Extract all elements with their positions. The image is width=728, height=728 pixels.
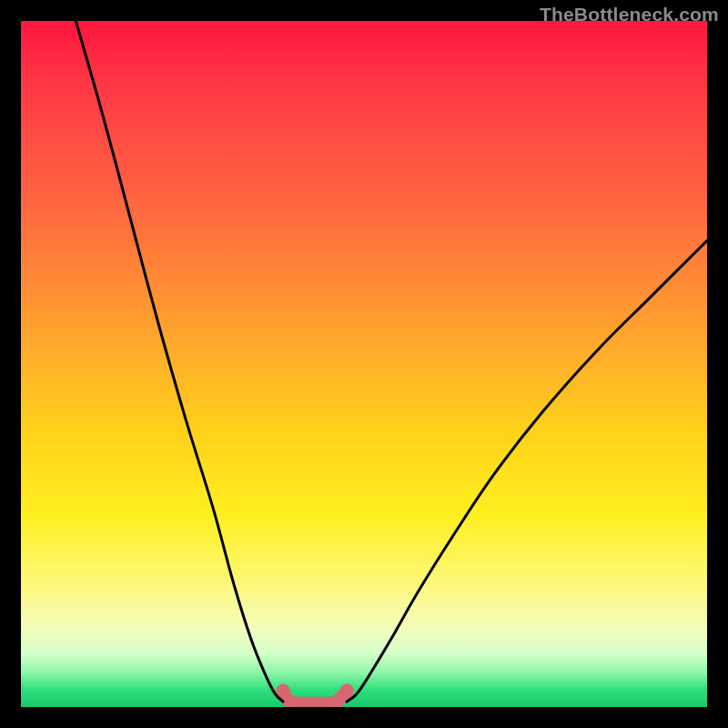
valley-marker [283,691,347,703]
curves-layer [21,21,707,707]
left-curve [76,21,283,702]
watermark-text: TheBottleneck.com [540,4,719,25]
right-curve [347,240,707,702]
chart-frame: TheBottleneck.com [0,0,728,728]
plot-area [21,21,707,707]
